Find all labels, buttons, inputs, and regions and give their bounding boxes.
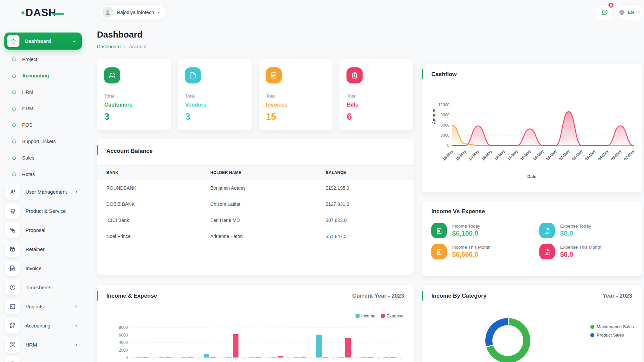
column-header-balance: BALANCE xyxy=(325,166,414,180)
sidebar-item-support-tickets[interactable]: Support Tickets xyxy=(0,133,87,149)
sidebar-groupnav: User Management Product & Service Propos… xyxy=(0,182,87,362)
sidebar-item-crm[interactable]: CRM xyxy=(0,354,87,362)
legend-item-income: Income xyxy=(356,313,376,318)
sidebar-item-user-management[interactable]: User Management xyxy=(0,182,87,201)
chat-icon xyxy=(601,8,609,16)
sidebar-item-label: Project xyxy=(22,57,37,62)
cell-holder: Adrienne Eaton xyxy=(210,228,325,244)
chevron-right-icon xyxy=(74,190,78,194)
check-square-icon xyxy=(5,299,20,314)
sidebar-item-timesheets[interactable]: Timesheets xyxy=(0,278,87,297)
chevron-down-icon xyxy=(72,39,76,44)
table-header-row: BANK HOLDER NAME BALANCE xyxy=(97,166,414,180)
cell-holder: Benjamin Adams xyxy=(210,180,325,196)
avatar xyxy=(102,7,113,18)
stat-card-vendors: Total Vendors 3 xyxy=(178,59,252,130)
sidebar-item-product-service[interactable]: Product & Service xyxy=(0,201,87,221)
metric-value: $0.0 xyxy=(560,230,591,237)
user-menu[interactable]: Rajodiya infotech xyxy=(100,4,166,20)
stat-caption: Total xyxy=(104,94,114,99)
sidebar-item-dashboard[interactable]: Dashboard xyxy=(4,33,82,50)
stat-card-customers: Total Customers 3 xyxy=(97,59,171,130)
donut-hole xyxy=(492,325,523,356)
bullet-icon xyxy=(11,89,17,95)
doc-icon xyxy=(539,223,555,238)
stat-value: 3 xyxy=(185,112,190,122)
chevron-right-icon xyxy=(74,343,78,347)
card-accent xyxy=(422,291,423,301)
account-balance-table: BANK HOLDER NAME BALANCE ROUNDBANK Benja… xyxy=(97,165,414,244)
sidebar-item-label: Retainer xyxy=(25,246,87,252)
sidebar-item-invoice[interactable]: Invoice xyxy=(0,259,87,278)
messages-button[interactable]: 0 xyxy=(597,4,612,20)
svg-text:0: 0 xyxy=(125,355,128,360)
svg-text:11-May: 11-May xyxy=(507,149,519,161)
cell-balance: $192,195.0 xyxy=(325,180,414,196)
metric-label: Income This Month xyxy=(452,245,491,250)
cell-balance: $51,847.5 xyxy=(325,228,414,244)
table-row: COBIZ BANK Chisom Latifat $127,931.0 xyxy=(97,196,414,212)
sidebar-item-label: Product & Service xyxy=(25,208,87,214)
table-row: Noel Prince Adrienne Eaton $51,847.5 xyxy=(97,228,414,244)
card-user-icon xyxy=(5,356,20,362)
logo-dot xyxy=(21,11,24,14)
svg-text:3000: 3000 xyxy=(440,133,449,138)
card-accent xyxy=(422,69,423,79)
app-logo: DASH xyxy=(21,7,64,19)
metric-label: Expense This Month xyxy=(560,245,601,250)
table-row: ICICI Bank Earl Hane MD $87,823.0 xyxy=(97,212,414,228)
sidebar-item-proposal[interactable]: Proposal xyxy=(0,221,87,240)
income-vs-expense-card: Income Vs Expense Income Today $6,100.0 … xyxy=(422,201,642,276)
bar-income xyxy=(316,335,322,358)
sidebar-item-retainer[interactable]: Retainer xyxy=(0,240,87,259)
svg-text:07-May: 07-May xyxy=(558,149,570,161)
income-expense-card: Income & Expense Current Year - 2023 Inc… xyxy=(97,285,414,362)
sidebar-item-project[interactable]: Project xyxy=(0,51,87,67)
logo-text: DASH xyxy=(25,7,56,19)
bullet-icon xyxy=(11,56,17,62)
doc-icon xyxy=(539,244,555,259)
metric-value: $0.0 xyxy=(560,251,601,258)
svg-text:6000: 6000 xyxy=(119,333,128,338)
sidebar: DASH Dashboard Project Accounting HRM CR… xyxy=(0,0,87,362)
sidebar-item-label: Accounting xyxy=(25,323,74,328)
metric-label: Income Today xyxy=(452,224,480,229)
table-row: ROUNDBANK Benjamin Adams $192,195.0 xyxy=(97,180,414,196)
sidebar-item-label: CRM xyxy=(22,106,33,111)
svg-text:16-May: 16-May xyxy=(442,149,454,161)
sidebar-item-accounting[interactable]: Accounting xyxy=(0,67,87,84)
sidebar-item-pos[interactable]: POS xyxy=(0,117,87,133)
globe-icon xyxy=(619,9,625,16)
metric-income-this-month: Income This Month $6,660.0 xyxy=(431,244,491,259)
card-accent xyxy=(97,291,98,301)
sidebar-item-rotas[interactable]: Rotas xyxy=(0,166,87,182)
sidebar-item-sales[interactable]: Sales xyxy=(0,149,87,166)
users-icon xyxy=(104,67,120,83)
sidebar-item-hrm[interactable]: HRM xyxy=(0,84,87,100)
svg-text:09-May: 09-May xyxy=(532,149,544,161)
sidebar-item-accounting[interactable]: Accounting xyxy=(0,316,87,335)
legend-label: Maintenance Sales xyxy=(597,324,634,329)
sidebar-item-hrm[interactable]: HRM xyxy=(0,335,87,354)
language-selector[interactable]: EN xyxy=(616,4,643,20)
bar-income xyxy=(204,354,209,358)
clipboard-dollar-icon xyxy=(431,223,447,238)
breadcrumb-home[interactable]: Dashboard xyxy=(97,44,121,49)
stat-label: Invoices xyxy=(266,102,287,108)
save-icon xyxy=(5,242,20,257)
income-by-category-period: Year - 2023 xyxy=(602,293,632,299)
cell-holder: Chisom Latifat xyxy=(210,196,325,212)
bullet-icon xyxy=(11,73,17,78)
page-title: Dashboard xyxy=(97,29,143,40)
breadcrumb: Dashboard › Account xyxy=(97,44,147,49)
sidebar-item-crm[interactable]: CRM xyxy=(0,100,87,117)
income-by-category-title: Income By Category xyxy=(431,293,486,299)
metric-expense-this-month: Expense This Month $0.0 xyxy=(539,244,601,259)
clipboard-dollar-icon xyxy=(431,244,447,259)
sidebar-item-projects[interactable]: Projects xyxy=(0,297,87,316)
svg-text:02-May: 02-May xyxy=(623,149,635,161)
svg-text:6000: 6000 xyxy=(440,123,449,128)
svg-text:4000: 4000 xyxy=(119,340,128,345)
stat-label: Customers xyxy=(104,102,132,108)
bullet-icon xyxy=(11,171,17,177)
